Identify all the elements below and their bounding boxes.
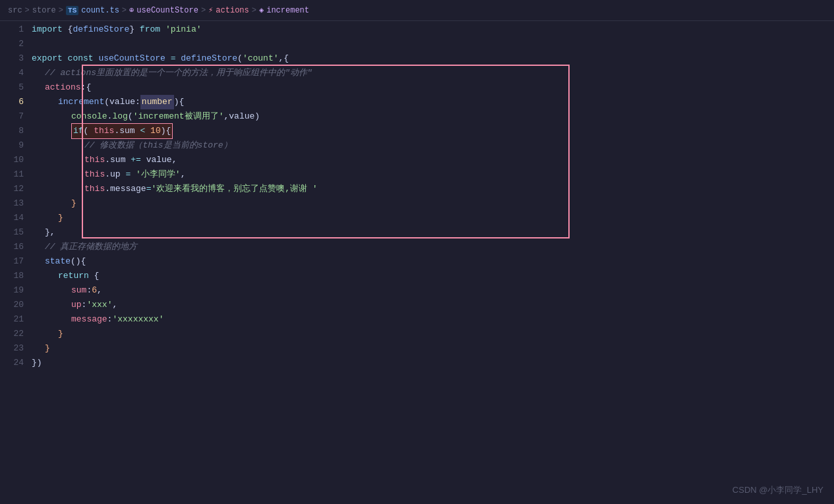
ln-10: 10 [5,153,24,167]
bc-actions-icon: ⚡ [208,5,213,15]
code-line-13: } [32,196,834,211]
code-line-10: this.sum += value, [32,153,834,167]
code-line-7: console.log('increment被调用了',value) [32,109,834,124]
kw-import: import [32,22,68,37]
bc-sep4: > [201,6,206,15]
code-line-20: up:'xxx', [32,298,834,312]
line-numbers: 1 2 3 4 5 6 7 8 9 10 11 12 13 14 15 16 1… [0,21,32,504]
ln-3: 3 [5,51,24,66]
bc-ts-badge: TS [66,6,78,15]
ln-20: 20 [5,298,24,312]
type-number: number [140,95,174,109]
breadcrumb: src > store > TS count.ts > ⊕ useCountSt… [0,0,834,21]
ln-19: 19 [5,283,24,298]
code-line-11: this.up = '小李同学', [32,167,834,182]
ln-6: 6 [5,95,24,109]
ln-7: 7 [5,109,24,124]
ln-12: 12 [5,182,24,196]
ln-8: 8 [5,124,24,138]
ln-4: 4 [5,66,24,80]
code-line-4: // actions里面放置的是一个一个的方法，用于响应组件中的"动作" [32,66,834,80]
code-line-17: state(){ [32,254,834,269]
code-line-14: } [32,211,834,225]
bc-icon1: ⊕ [129,5,134,15]
bc-increment: increment [266,6,309,15]
code-line-22: } [32,327,834,341]
ln-2: 2 [5,37,24,51]
code-line-15: }, [32,225,834,240]
bc-useCountStore: useCountStore [136,6,198,15]
ln-21: 21 [5,312,24,327]
if-statement-highlight: if( this.sum < 10){ [71,123,173,139]
code-line-5: actions:{ [32,80,834,95]
bc-sep3: > [122,6,127,15]
ln-14: 14 [5,211,24,225]
code-area: 1 2 3 4 5 6 7 8 9 10 11 12 13 14 15 16 1… [0,21,834,504]
ln-9: 9 [5,138,24,153]
code-line-3: export const useCountStore = defineStore… [32,51,834,66]
ln-1: 1 [5,22,24,37]
code-line-23: } [32,341,834,356]
bc-filename: count.ts [81,6,119,15]
code-line-6: increment(value:number){ [32,95,834,109]
ln-24: 24 [5,356,24,370]
code-line-24: }) [32,356,834,370]
code-line-16: // 真正存储数据的地方 [32,240,834,254]
ln-22: 22 [5,327,24,341]
bc-sep1: > [25,6,30,15]
code-line-19: sum:6, [32,283,834,298]
ln-17: 17 [5,254,24,269]
ln-18: 18 [5,269,24,283]
ln-16: 16 [5,240,24,254]
bc-sep2: > [59,6,63,15]
bc-sep5: > [252,6,256,15]
fn-defineStore: defineStore [73,22,129,37]
code-line-18: return { [32,269,834,283]
code-line-21: message:'xxxxxxxx' [32,312,834,327]
code-line-9: // 修改数据（this是当前的store） [32,138,834,153]
watermark: CSDN @小李同学_LHY [732,484,823,496]
bc-store: store [32,6,56,15]
ln-11: 11 [5,167,24,182]
bc-increment-icon: ◈ [259,5,264,15]
code-line-12: this.message='欢迎来看我的博客，别忘了点赞噢,谢谢 ' [32,182,834,196]
code-line-1: import {defineStore} from 'pinia' [32,22,834,37]
bc-src: src [8,6,22,15]
code-line-8: if( this.sum < 10){ [32,124,834,138]
code-line-2 [32,37,834,51]
bc-actions: actions [216,6,249,15]
code-content: import {defineStore} from 'pinia' export… [32,21,834,504]
ln-15: 15 [5,225,24,240]
ln-13: 13 [5,196,24,211]
ln-5: 5 [5,80,24,95]
ln-23: 23 [5,341,24,356]
